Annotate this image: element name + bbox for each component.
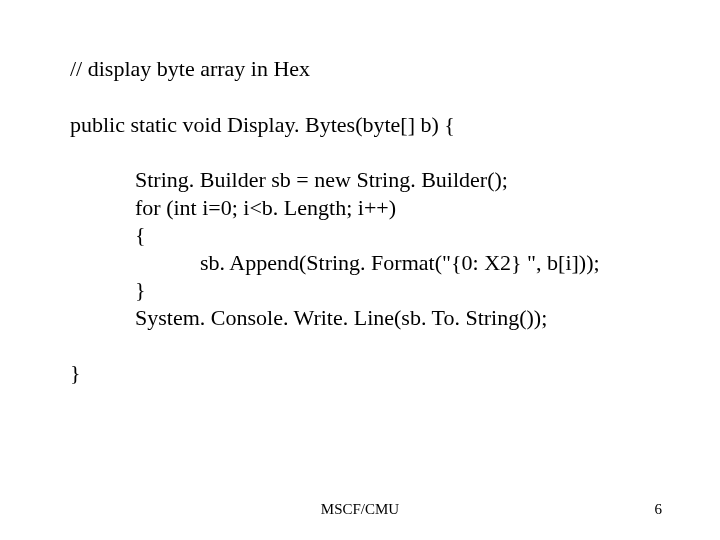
code-line: System. Console. Write. Line(sb. To. Str… (70, 304, 670, 332)
blank-line (70, 83, 670, 111)
footer-center: MSCF/CMU (0, 501, 720, 518)
code-line: } (70, 276, 670, 304)
code-line: { (70, 221, 670, 249)
code-line: String. Builder sb = new String. Builder… (70, 166, 670, 194)
code-line: } (70, 359, 670, 387)
code-block: // display byte array in Hex public stat… (70, 55, 670, 387)
blank-line (70, 138, 670, 166)
page-number: 6 (655, 501, 663, 518)
code-line: sb. Append(String. Format("{0: X2} ", b[… (70, 249, 670, 277)
slide: // display byte array in Hex public stat… (0, 0, 720, 540)
code-line: public static void Display. Bytes(byte[]… (70, 111, 670, 139)
code-line: // display byte array in Hex (70, 55, 670, 83)
blank-line (70, 331, 670, 359)
code-line: for (int i=0; i<b. Length; i++) (70, 194, 670, 222)
